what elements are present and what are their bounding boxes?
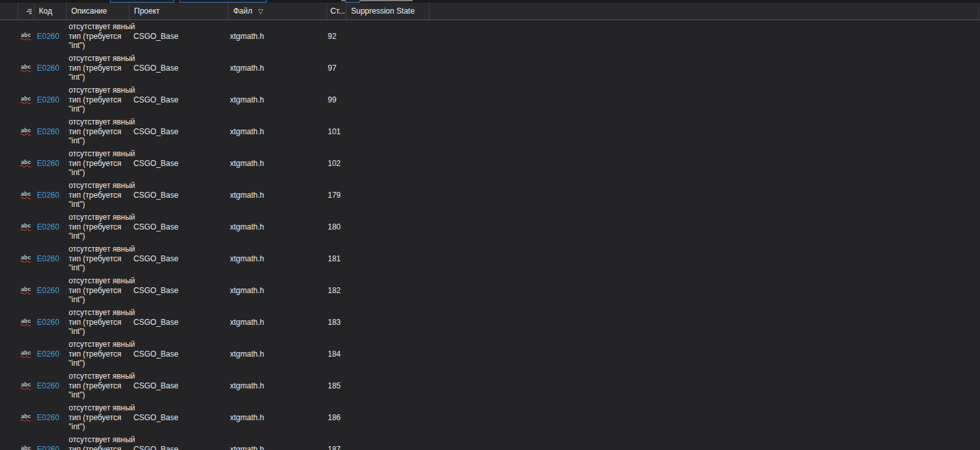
error-code-link[interactable]: E0260 <box>37 381 60 390</box>
rows: abc E0260 отсутствует явный тип (требует… <box>0 20 980 450</box>
error-line-number: 185 <box>328 381 341 390</box>
abc-icon-text: abc <box>20 255 32 260</box>
header-right-edge <box>977 3 978 19</box>
error-code-link[interactable]: E0260 <box>37 159 60 168</box>
intellisense-error-icon: abc <box>20 255 32 263</box>
error-project: CSGO_Base <box>133 349 178 359</box>
error-code-link[interactable]: E0260 <box>37 222 60 231</box>
error-file: xtgmath.h <box>230 381 264 390</box>
error-project: CSGO_Base <box>133 222 178 231</box>
error-row[interactable]: abc E0260 отсутствует явный тип (требует… <box>0 433 980 450</box>
abc-icon-text: abc <box>20 350 32 355</box>
intellisense-error-icon: abc <box>20 64 32 72</box>
error-file: xtgmath.h <box>230 445 264 450</box>
error-file: xtgmath.h <box>230 159 264 168</box>
file-filter-icon[interactable]: ▽ <box>258 8 264 15</box>
error-row[interactable]: abc E0260 отсутствует явный тип (требует… <box>0 84 980 115</box>
abc-icon-text: abc <box>20 382 32 387</box>
column-header-suppression[interactable]: Suppression State <box>347 3 429 19</box>
error-code-link[interactable]: E0260 <box>37 127 60 136</box>
abc-icon-text: abc <box>20 160 32 165</box>
error-code-link[interactable]: E0260 <box>37 254 60 263</box>
error-description: отсутствует явный тип (требуется "int") <box>69 435 135 450</box>
error-description: отсутствует явный тип (требуется "int") <box>69 149 135 178</box>
error-line-number: 97 <box>328 64 336 73</box>
error-project: CSGO_Base <box>133 159 178 168</box>
abc-icon-text: abc <box>20 96 32 101</box>
column-header-suppression-label: Suppression State <box>351 6 415 16</box>
error-project: CSGO_Base <box>133 445 178 450</box>
column-header-project[interactable]: Проект <box>130 3 229 19</box>
error-description: отсутствует явный тип (требуется "int") <box>69 213 135 241</box>
error-code-link[interactable]: E0260 <box>37 445 60 450</box>
error-file: xtgmath.h <box>230 222 264 231</box>
error-line-number: 99 <box>328 95 336 104</box>
intellisense-error-icon: abc <box>20 350 32 358</box>
intellisense-error-icon: abc <box>20 414 32 421</box>
column-header-line[interactable]: Ст... <box>327 3 347 19</box>
error-file: xtgmath.h <box>230 286 264 295</box>
error-line-number: 181 <box>328 254 341 263</box>
column-header-file[interactable]: Файл ▽ <box>229 3 327 19</box>
error-project: CSGO_Base <box>133 318 178 327</box>
error-row[interactable]: abc E0260 отсутствует явный тип (требует… <box>0 243 980 274</box>
abc-icon-text: abc <box>20 64 32 69</box>
error-row[interactable]: abc E0260 отсутствует явный тип (требует… <box>0 179 980 211</box>
error-description: отсутствует явный тип (требуется "int") <box>69 54 135 82</box>
error-description: отсутствует явный тип (требуется "int") <box>69 276 135 305</box>
error-description: отсутствует явный тип (требуется "int") <box>69 308 135 337</box>
column-header-severity[interactable] <box>18 3 34 19</box>
error-row[interactable]: abc E0260 отсутствует явный тип (требует… <box>0 52 980 84</box>
error-list-panel: Код Описание Проект Файл ▽ Ст... Suppres… <box>0 0 980 450</box>
error-row[interactable]: abc E0260 отсутствует явный тип (требует… <box>0 115 980 147</box>
column-header-code-label: Код <box>39 6 52 16</box>
error-row[interactable]: abc E0260 отсутствует явный тип (требует… <box>0 211 980 243</box>
error-code-link[interactable]: E0260 <box>37 64 60 73</box>
error-file: xtgmath.h <box>230 64 264 73</box>
error-code-link[interactable]: E0260 <box>37 413 60 422</box>
error-row[interactable]: abc E0260 отсутствует явный тип (требует… <box>0 370 980 401</box>
intellisense-error-icon: abc <box>20 191 32 199</box>
abc-icon-text: abc <box>20 32 32 38</box>
error-code-link[interactable]: E0260 <box>37 32 60 41</box>
error-code-link[interactable]: E0260 <box>37 191 60 200</box>
error-description: отсутствует явный тип (требуется "int") <box>69 340 135 368</box>
error-file: xtgmath.h <box>230 318 264 327</box>
column-header-blank[interactable] <box>0 3 18 19</box>
error-file: xtgmath.h <box>230 254 264 263</box>
error-row[interactable]: abc E0260 отсутствует явный тип (требует… <box>0 338 980 370</box>
abc-icon-text: abc <box>20 223 32 228</box>
error-project: CSGO_Base <box>133 191 178 200</box>
error-row[interactable]: abc E0260 отсутствует явный тип (требует… <box>0 306 980 338</box>
error-row[interactable]: abc E0260 отсутствует явный тип (требует… <box>0 147 980 179</box>
error-row[interactable]: abc E0260 отсутствует явный тип (требует… <box>0 274 980 306</box>
intellisense-error-icon: abc <box>20 160 32 167</box>
error-row[interactable]: abc E0260 отсутствует явный тип (требует… <box>0 401 980 433</box>
error-description: отсутствует явный тип (требуется "int") <box>69 181 135 209</box>
error-project: CSGO_Base <box>133 127 178 136</box>
error-code-link[interactable]: E0260 <box>37 318 60 327</box>
error-row[interactable]: abc E0260 отсутствует явный тип (требует… <box>0 20 980 52</box>
column-header-description[interactable]: Описание <box>67 3 130 19</box>
intellisense-error-icon: abc <box>20 382 32 390</box>
error-file: xtgmath.h <box>230 95 264 104</box>
error-project: CSGO_Base <box>133 254 178 263</box>
error-code-link[interactable]: E0260 <box>37 286 60 295</box>
error-code-link[interactable]: E0260 <box>37 95 60 104</box>
error-code-link[interactable]: E0260 <box>37 349 60 359</box>
error-file: xtgmath.h <box>230 127 264 136</box>
error-project: CSGO_Base <box>133 286 178 295</box>
error-project: CSGO_Base <box>133 413 178 422</box>
error-project: CSGO_Base <box>133 64 178 73</box>
error-line-number: 183 <box>328 318 341 327</box>
error-line-number: 184 <box>328 349 341 359</box>
abc-icon-text: abc <box>20 191 32 196</box>
column-header-file-label: Файл <box>233 6 253 16</box>
column-header-line-label: Ст... <box>330 6 345 16</box>
error-line-number: 101 <box>328 127 341 136</box>
column-header-project-label: Проект <box>134 6 160 16</box>
error-file: xtgmath.h <box>230 349 264 359</box>
column-header-code[interactable]: Код <box>34 3 67 19</box>
error-project: CSGO_Base <box>133 381 178 390</box>
error-project: CSGO_Base <box>133 32 178 41</box>
